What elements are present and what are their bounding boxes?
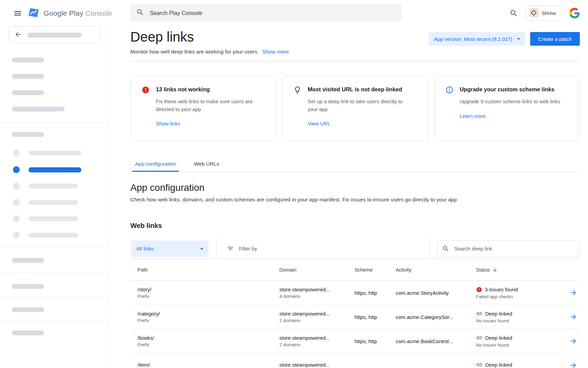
view-url-link[interactable]: View URL [308, 121, 410, 126]
card-title: 13 links not working [156, 86, 258, 93]
dropdown-caret-icon [198, 245, 206, 253]
create-patch-button[interactable]: Create a patch [530, 32, 580, 46]
deep-link-search[interactable] [437, 241, 580, 257]
column-header-activity[interactable]: Activity [396, 267, 476, 273]
sidebar-divider [0, 320, 109, 321]
google-g-icon[interactable] [569, 8, 580, 18]
sidebar-divider [0, 273, 109, 273]
card-title: Upgrade your custom scheme links [460, 86, 560, 93]
topbar: Google Play Console Shrine [0, 0, 588, 26]
section-heading: App configuration [130, 182, 580, 193]
row-path: /category/ [137, 311, 279, 317]
table-header: Path Domain Scheme Activity Status [130, 259, 580, 281]
error-icon [476, 287, 482, 293]
tab-web-urls[interactable]: Web URLs [191, 161, 222, 172]
sidebar-item[interactable] [13, 183, 109, 189]
tab-bar: App configuration Web URLs [130, 161, 580, 172]
row-scheme: https, http [355, 314, 396, 320]
lightbulb-icon [293, 86, 301, 131]
table-row[interactable]: /books/Prefix store.steampowered...2 dom… [130, 329, 580, 353]
row-domain-count: 2 domains [279, 318, 355, 323]
row-status: 3 issues found [485, 287, 518, 292]
skeleton-dot [13, 199, 20, 206]
sidebar-divider [0, 246, 109, 246]
web-links-toolbar: All links Filter by [130, 239, 580, 259]
table-row[interactable]: /item/ store.steampowered... Deep linked [130, 353, 580, 368]
sidebar-divider [0, 297, 109, 297]
row-path-type: Prefix [137, 318, 279, 323]
card-upgrade-scheme-links: Upgrade your custom scheme links Upgrade… [434, 76, 580, 141]
back-arrow-icon [14, 31, 22, 40]
row-status: Deep linked [485, 311, 512, 317]
arrow-right-icon[interactable] [570, 313, 577, 321]
skeleton-dot [13, 150, 20, 156]
play-console-logo[interactable]: Google Play Console [28, 0, 112, 26]
logo-console: Console [85, 9, 112, 17]
sidebar-item[interactable] [13, 215, 109, 222]
sidebar-item[interactable] [13, 150, 109, 156]
column-header-domain[interactable]: Domain [279, 267, 355, 273]
row-status: Deep linked [485, 335, 512, 341]
skeleton-bar [12, 258, 44, 263]
arrow-right-icon[interactable] [570, 337, 577, 345]
web-links-heading: Web links [130, 222, 580, 230]
show-more-link[interactable]: Show more [262, 49, 289, 55]
app-chip-label: Shrine [542, 11, 556, 16]
show-links-link[interactable]: Show links [156, 121, 258, 126]
column-header-scheme[interactable]: Scheme [355, 267, 396, 273]
filter-by-button[interactable]: Filter by [227, 245, 257, 252]
column-header-path[interactable]: Path [137, 267, 279, 273]
row-status: Deep linked [485, 362, 512, 368]
link-icon [476, 310, 483, 317]
table-row[interactable]: /category/Prefix store.steampowered...2 … [130, 305, 580, 329]
page-title: Deep links [130, 29, 289, 45]
links-filter-label: All links [136, 246, 154, 251]
row-activity: com.acme.CategorySor... [396, 314, 476, 320]
deep-link-search-input[interactable] [454, 245, 575, 252]
insight-cards: 13 links not working Fix these web links… [130, 76, 580, 141]
skeleton-bar [29, 216, 78, 221]
card-body: Set up a deep link to take users directl… [308, 98, 410, 113]
sidebar-item[interactable] [13, 199, 109, 206]
logo-text: Google Play Console [44, 9, 112, 17]
sidebar [0, 26, 109, 368]
arrow-right-icon[interactable] [570, 289, 577, 296]
card-body: Upgrade 9 custom scheme links to web lin… [460, 98, 560, 106]
sidebar-item[interactable] [13, 232, 109, 239]
tab-app-configuration[interactable]: App configuration [132, 161, 179, 172]
links-filter-dropdown[interactable]: All links [131, 241, 209, 257]
card-body: Fix these web links to make sure users a… [156, 98, 258, 113]
link-icon [476, 362, 483, 368]
row-scheme: https, http [355, 338, 396, 344]
main-content: Deep links Monitor how well deep links a… [109, 26, 588, 368]
card-links-not-working: 13 links not working Fix these web links… [130, 76, 276, 141]
skeleton-bar [12, 307, 44, 312]
search-icon[interactable] [509, 9, 518, 18]
global-search[interactable] [130, 4, 402, 21]
arrow-right-icon[interactable] [570, 362, 577, 368]
skeleton-bar [12, 58, 44, 62]
search-icon [136, 8, 144, 18]
error-icon [142, 86, 150, 131]
row-path: /item/ [137, 362, 279, 368]
global-search-input[interactable] [149, 10, 395, 17]
sidebar-item-selected[interactable] [13, 166, 109, 173]
table-row[interactable]: /story/Prefix store.steampowered...4 dom… [130, 281, 580, 305]
skeleton-dot [13, 166, 20, 173]
menu-icon[interactable] [11, 0, 24, 26]
row-path-type: Prefix [137, 294, 279, 299]
filter-by-label: Filter by [239, 246, 257, 251]
row-path-type: Prefix [137, 342, 279, 347]
row-scheme: https, http [355, 290, 396, 296]
app-version-dropdown[interactable]: App version: Most recent (8.2.027) [428, 32, 525, 46]
app-switcher-chip[interactable]: Shrine [526, 6, 562, 21]
learn-more-link[interactable]: Learn more [460, 113, 560, 119]
info-icon [445, 86, 454, 131]
column-header-status[interactable]: Status [476, 267, 567, 273]
row-status-detail: No issues found [476, 318, 567, 323]
back-button[interactable] [9, 26, 100, 44]
toolbar-divider [216, 239, 216, 259]
skeleton-dot [13, 215, 20, 222]
skeleton-bar [29, 200, 78, 205]
row-domain-count: 4 domains [279, 294, 355, 299]
